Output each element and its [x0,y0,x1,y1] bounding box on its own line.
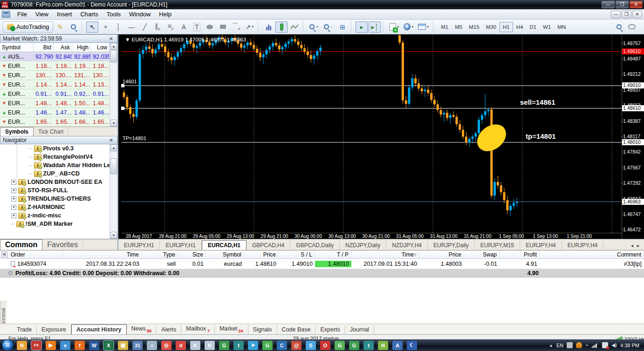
taskbar-icon-telegram[interactable]: ➤ [248,341,258,350]
text-tool[interactable]: A [178,21,190,33]
horizontal-line-tool[interactable]: — [125,21,137,33]
column-header-price[interactable]: Price [244,250,279,258]
chart-window[interactable]: ▼ EURCAD,H1 1.46919 1.47005 1.46871 1.46… [118,34,644,239]
chart-tab-0[interactable]: EURJPY,H1 [118,241,160,250]
line-anchor-marker[interactable] [121,107,124,110]
taskbar-icon-calendar[interactable]: 31 [132,341,143,350]
chart-tab-4[interactable]: GBPCAD,Daily [290,241,340,250]
chart-tab-10[interactable]: EURJPY,H4 [562,241,603,250]
terminal-tab-experts[interactable]: Experts [315,325,345,334]
market-watch-row[interactable]: ▼EUR...1.18...1.18...1.19...1.18... [0,61,117,71]
table-row[interactable]: 1845930742017.08.31 22:24:03sell0.01eurc… [0,259,644,269]
taskbar-icon-teal-app-2[interactable]: t [363,341,374,350]
tab-common[interactable]: Common [0,239,42,250]
fibo-channel-tool[interactable]: ⌒F [230,21,242,33]
taskbar-icon-chrome[interactable]: ◎ [161,341,171,350]
taskbar-icon-green-app-1[interactable]: G [219,341,229,350]
candlestick-chart[interactable]: ▼ EURCAD,H1 1.46919 1.47005 1.46871 1.46… [121,35,622,233]
taskbar-icon-internet-explorer[interactable]: e [60,341,70,350]
taskbar-icon-sticky-notes[interactable]: N [17,341,27,350]
taskbar-icon-nature-app[interactable]: N [378,341,388,350]
restore-button[interactable]: ❐ [616,1,629,8]
menu-item-tools[interactable]: Tools [103,10,125,19]
taskbar-icon-metatrader-fxpro[interactable]: FX [31,341,41,350]
column-header-swap[interactable]: Swap [464,250,500,258]
timeframe-m1[interactable]: M1 [438,22,452,32]
column-header-high[interactable]: High [72,43,91,52]
price-axis[interactable]: 1.497571.494871.492121.489371.486631.483… [622,35,644,239]
minimize-button[interactable]: — [602,1,615,8]
taskbar-clock[interactable]: 4:38 PM [620,343,639,348]
scrollbar-thumb[interactable] [110,158,117,174]
crosshair-tool[interactable]: ＋ [99,21,111,33]
column-header-tp[interactable]: T / P [315,250,351,258]
child-minimize-button[interactable]: — [611,11,621,18]
taskbar-icon-green-app-4[interactable]: G [349,341,359,350]
column-header-order[interactable]: Order [8,250,63,258]
chart-tab-7[interactable]: EURJPY,Daily [428,241,475,250]
rectangle-tool[interactable] [217,21,229,33]
taskbar-icon-media-player[interactable]: ▶ [46,341,56,350]
scroll-up-icon[interactable]: ▲ [110,144,117,151]
navigator-item[interactable]: ┈fRectanglePointV4 [0,153,117,161]
windows-start-button[interactable]: ⊞ [2,339,14,351]
column-header-size[interactable]: Size [178,250,206,258]
taskbar-icon-skype[interactable]: S [306,341,316,350]
trendline-tool[interactable]: ╱ [138,21,151,33]
chart-tab-6[interactable]: NZDJPY,H4 [386,241,428,250]
market-watch-row[interactable]: ▼EUR...1.14...1.14...1.14...1.13... [0,80,117,89]
taskbar-icon-firefox[interactable]: f [75,341,85,350]
chart-tab-9[interactable]: EURJPY,H4 [520,241,562,250]
network-icon[interactable] [602,342,608,348]
taskbar-icon-teal-app-1[interactable]: t [233,341,244,350]
periods-button[interactable]: ▾ [402,21,415,33]
navigator-scrollbar[interactable]: ▲ ▼ [110,144,117,239]
tray-lamp-icon[interactable] [576,342,582,348]
text-label-tool[interactable]: T [191,21,203,33]
scroll-up-icon[interactable]: ▲ [110,43,117,50]
timeframe-mn[interactable]: MN [554,22,569,32]
expand-plus-icon[interactable]: + [11,213,16,218]
tile-windows-button[interactable]: ⊞ [336,21,349,33]
auto-scroll-button[interactable]: ▸ [356,21,368,33]
column-header-ask[interactable]: Ask [54,43,72,52]
arrows-tool[interactable]: ↗▾ [243,21,255,33]
chart-tab-8[interactable]: EURJPY,M15 [475,241,520,250]
language-indicator[interactable]: EN [556,343,563,348]
column-header-symbol[interactable]: Symbol [0,43,34,52]
fibonacci-tool[interactable]: ≡F [164,21,177,33]
navigator-item[interactable]: ┈f!SS Balance Line with Alert [0,228,117,230]
taskbar-icon-excel[interactable]: X [103,341,114,350]
terminal-tab-news[interactable]: News 80 [127,324,157,335]
styler-button[interactable]: ✎ [54,21,66,33]
terminal-tab-mailbox[interactable]: Mailbox 7 [181,324,215,335]
navigator-item[interactable]: ┈fZUP_ AB=CD [0,169,117,178]
column-header-price[interactable]: Price [419,250,464,258]
chart-shift-button[interactable]: ▸┆ [369,21,381,33]
column-header-profit[interactable]: Profit [500,250,540,258]
taskbar-icon-keyscrambler[interactable]: K [190,341,200,350]
scroll-down-icon[interactable]: ▼ [110,232,117,239]
child-close-button[interactable]: ✕ [632,11,642,18]
taskbar-icon-red-app[interactable]: d [176,341,186,350]
chart-tab-2[interactable]: EURCAD,H1 [202,240,247,250]
menu-item-charts[interactable]: Charts [76,10,102,19]
tab-tick-chart[interactable]: Tick Chart [34,128,69,136]
navigator-item[interactable]: ┈fPivots v0.3 [0,144,117,153]
chart-tab-3[interactable]: GBPCAD,H4 [247,241,290,250]
navigator-item[interactable]: +fZ-HARMONIC [0,203,117,211]
taskbar-icon-green-app-2[interactable]: G [262,341,273,350]
autotrading-button[interactable]: AutoTrading [3,21,53,33]
menu-item-window[interactable]: Window [125,10,155,19]
market-watch-row[interactable]: ▼EUR...1.65...1.65...1.66...1.65... [0,117,117,127]
column-header-low[interactable]: Low [91,43,110,52]
speaker-icon[interactable]: ◀) [611,342,617,348]
tab-symbols[interactable]: Symbols [0,127,34,136]
column-header-sl[interactable]: S / L [279,250,315,258]
terminal-tab-account-history[interactable]: Account History [71,324,127,334]
terminal-tab-alerts[interactable]: Alerts [157,325,181,334]
menu-item-insert[interactable]: Insert [53,10,76,19]
taskbar-icon-c-app[interactable]: C [277,341,287,350]
navigator-item[interactable]: +fz-indic-misc [0,211,117,220]
column-header-comment[interactable]: Comment [540,250,644,258]
